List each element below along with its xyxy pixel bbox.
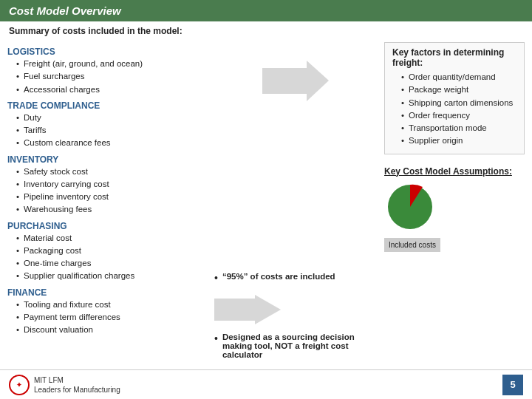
assumptions-bullets: • “95%” of costs are included • Designed… [214,272,377,359]
mit-text-line2: Leaders for Manufacturing [34,385,120,395]
section-title-inventory: INVENTORY [7,154,207,165]
bullet-1: • “95%” of costs are included [214,272,335,284]
pie-section: Included costs [384,181,525,252]
list-item: Pipeline inventory cost [16,191,207,203]
list-item: Supplier qualification charges [16,270,207,282]
key-factors-list: Order quantity/demandPackage weightShipp… [392,71,516,148]
mit-logo-text: MIT LFM Leaders for Manufacturing [34,375,120,395]
list-item: Tooling and fixture cost [16,299,207,311]
list-item: Accessorial charges [16,83,207,96]
mit-text-line1: MIT LFM [34,375,120,385]
list-item: Warehousing fees [16,203,207,216]
svg-marker-1 [214,295,281,324]
mit-logo: ✦ MIT LFM Leaders for Manufacturing [9,375,120,395]
svg-marker-0 [262,61,329,101]
bullet-1-bold: “95%” of costs are included [222,272,335,281]
assumptions-box: Key Cost Model Assumptions: Included cos… [384,166,525,252]
section-list-logistics: Freight (air, ground, and ocean)Fuel sur… [7,58,207,96]
middle-column: • “95%” of costs are included • Designed… [214,42,377,359]
pie-label: Included costs [384,238,440,252]
section-list-purchasing: Material costPackaging costOne-time char… [7,232,207,283]
pie-chart-wrapper: Included costs [384,181,440,252]
arrow-right-top [262,61,329,103]
section-title-purchasing: PURCHASING [7,221,207,231]
list-item: Supplier origin [401,134,516,147]
left-column: LOGISTICSFreight (air, ground, and ocean… [7,42,207,359]
section-list-trade-compliance: DutyTariffsCustom clearance fees [7,112,207,150]
list-item: Freight (air, ground, and ocean) [16,58,207,70]
list-item: Discount valuation [16,324,207,336]
section-list-inventory: Safety stock costInventory carrying cost… [7,166,207,216]
section-title-finance: FINANCE [7,287,207,298]
list-item: Package weight [401,83,516,96]
list-item: Packaging cost [16,245,207,257]
bullet-2-text: Designed as a sourcing decision making t… [222,332,377,359]
list-item: Payment term differences [16,311,207,324]
key-factors-title: Key factors in determining freight: [392,47,516,68]
list-item: Order frequency [401,109,516,122]
list-item: Order quantity/demand [401,71,516,83]
list-item: Safety stock cost [16,166,207,178]
page-subtitle: Summary of costs included in the model: [0,21,532,39]
section-list-finance: Tooling and fixture costPayment term dif… [7,299,207,337]
pie-chart [384,181,436,233]
section-title-logistics: LOGISTICS [7,47,207,57]
right-column: Key factors in determining freight: Orde… [384,42,525,359]
list-item: Inventory carrying cost [16,178,207,191]
list-item: Material cost [16,232,207,245]
bullet-1-text: “95%” of costs are included [222,272,335,281]
list-item: Custom clearance fees [16,137,207,149]
list-item: One-time charges [16,257,207,270]
list-item: Tariffs [16,124,207,137]
assumptions-title: Key Cost Model Assumptions: [384,166,525,177]
footer: ✦ MIT LFM Leaders for Manufacturing 5 [0,369,532,399]
list-item: Shipping carton dimensions [401,97,516,109]
bullet-2: • Designed as a sourcing decision making… [214,332,377,359]
list-item: Fuel surcharges [16,70,207,83]
section-title-trade-compliance: TRADE COMPLIANCE [7,100,207,111]
page-header: Cost Model Overview [0,0,532,21]
key-factors-box: Key factors in determining freight: Orde… [384,42,525,154]
mit-logo-icon: ✦ [9,375,30,395]
list-item: Transportation mode [401,122,516,134]
bullet-2-bold: Designed as a sourcing decision making t… [222,332,355,359]
page-number: 5 [502,375,523,395]
main-content: LOGISTICSFreight (air, ground, and ocean… [0,39,532,362]
list-item: Duty [16,112,207,124]
header-title: Cost Model Overview [9,4,121,17]
